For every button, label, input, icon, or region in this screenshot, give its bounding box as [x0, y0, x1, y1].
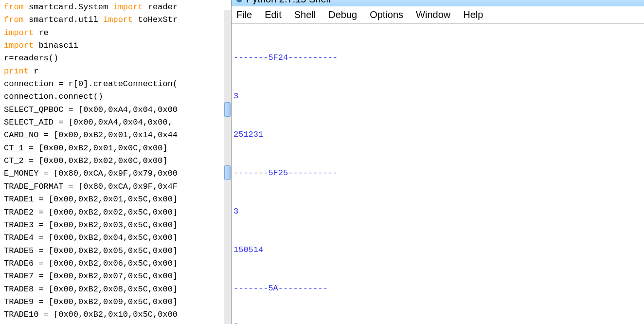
shell-window: Python 2.7.15 Shell File Edit Shell Debu…	[231, 0, 644, 324]
svg-point-0	[236, 0, 242, 2]
menu-shell[interactable]: Shell	[294, 9, 316, 20]
menu-help[interactable]: Help	[463, 9, 483, 20]
menu-window[interactable]: Window	[416, 9, 450, 20]
menu-debug[interactable]: Debug	[328, 9, 357, 20]
menu-bar: File Edit Shell Debug Options Window Hel…	[232, 6, 644, 24]
keyword-import: import	[113, 2, 143, 12]
code-editor-pane: from smartcard.System import reader from…	[0, 0, 231, 324]
scroll-thumb[interactable]	[224, 102, 231, 117]
menu-options[interactable]: Options	[370, 9, 403, 20]
scroll-thumb[interactable]	[224, 165, 231, 180]
menu-edit[interactable]: Edit	[265, 9, 281, 20]
keyword-from: from	[4, 2, 24, 12]
window-title-bar[interactable]: Python 2.7.15 Shell	[232, 0, 644, 6]
window-title: Python 2.7.15 Shell	[246, 0, 330, 5]
menu-file[interactable]: File	[236, 9, 252, 20]
editor-scrollbar[interactable]	[224, 10, 231, 324]
shell-output[interactable]: -------5F24---------- 3 251231 -------5F…	[232, 24, 644, 324]
python-icon	[235, 0, 243, 3]
